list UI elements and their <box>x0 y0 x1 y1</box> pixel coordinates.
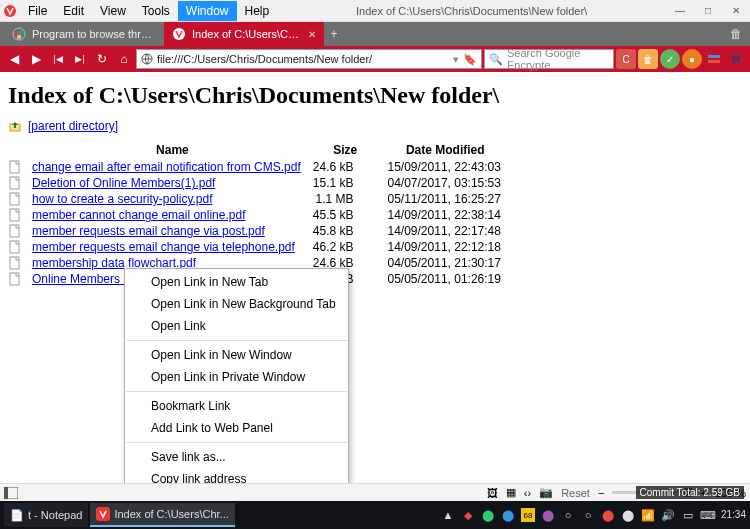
ctx-bookmark-link[interactable]: Bookmark Link <box>125 395 348 417</box>
tray-network-icon[interactable]: 📶 <box>641 508 655 522</box>
menu-view[interactable]: View <box>92 1 134 21</box>
menu-help[interactable]: Help <box>237 1 278 21</box>
ctx-open-link[interactable]: Open Link <box>125 315 348 337</box>
menu-window[interactable]: Window <box>178 1 237 21</box>
svg-rect-22 <box>96 507 110 521</box>
taskbar-item-vivaldi[interactable]: Index of C:\Users\Chr... <box>90 503 234 527</box>
file-date: 15/09/2011, 22:43:03 <box>378 159 513 175</box>
tray-icon[interactable]: ▲ <box>441 508 455 522</box>
bookmark-icon[interactable]: 🔖 <box>463 53 477 66</box>
svg-rect-17 <box>10 273 19 285</box>
tray-volume-icon[interactable]: 🔊 <box>661 508 675 522</box>
reload-button[interactable]: ↻ <box>92 49 112 69</box>
file-size: 1.1 MB <box>313 191 378 207</box>
dropdown-icon[interactable]: ▾ <box>453 53 459 66</box>
images-toggle-icon[interactable]: 🖼 <box>487 487 498 499</box>
ext-button-1[interactable]: C <box>616 49 636 69</box>
tile-icon[interactable]: ▦ <box>506 486 516 499</box>
file-icon <box>8 159 32 175</box>
ctx-open-new-window[interactable]: Open Link in New Window <box>125 344 348 366</box>
panel-toggle-icon[interactable] <box>4 487 18 499</box>
close-button[interactable]: ✕ <box>722 0 750 22</box>
file-date: 05/11/2011, 16:25:27 <box>378 191 513 207</box>
file-size: 15.1 kB <box>313 175 378 191</box>
tray-icon[interactable]: ○ <box>581 508 595 522</box>
file-link[interactable]: Deletion of Online Members(1).pdf <box>32 176 215 190</box>
window-title: Index of C:\Users\Chris\Documents\New fo… <box>277 5 666 17</box>
file-icon <box>8 191 32 207</box>
page-actions-icon[interactable]: ‹› <box>524 487 531 499</box>
zoom-reset[interactable]: Reset <box>561 487 590 499</box>
taskbar-item-notepad[interactable]: 📄 t - Notepad <box>4 503 88 527</box>
tray-icon[interactable]: 68 <box>521 508 535 522</box>
tray-icon[interactable]: ⬤ <box>481 508 495 522</box>
ext-button-4[interactable]: ● <box>682 49 702 69</box>
tray-icon[interactable]: ⬤ <box>541 508 555 522</box>
ext-button-5[interactable] <box>704 49 724 69</box>
ext-button-2[interactable]: 🗑 <box>638 49 658 69</box>
tray-icon[interactable]: ○ <box>561 508 575 522</box>
fastforward-button[interactable]: ▶| <box>70 49 90 69</box>
minimize-button[interactable]: — <box>666 0 694 22</box>
tab-0[interactable]: Program to browse through <box>4 22 164 46</box>
ctx-open-private[interactable]: Open Link in Private Window <box>125 366 348 388</box>
file-date: 14/09/2011, 22:12:18 <box>378 239 513 255</box>
ctx-open-new-tab[interactable]: Open Link in New Tab <box>125 271 348 293</box>
tray-icon[interactable]: ◆ <box>461 508 475 522</box>
file-date: 14/09/2011, 22:17:48 <box>378 223 513 239</box>
tray-icon[interactable]: ⬤ <box>501 508 515 522</box>
site-info-icon[interactable] <box>141 53 153 65</box>
maximize-button[interactable]: □ <box>694 0 722 22</box>
col-size[interactable]: Size <box>313 141 378 159</box>
file-icon <box>8 239 32 255</box>
trash-tabs-button[interactable]: 🗑 <box>726 22 746 46</box>
parent-directory-link[interactable]: [parent directory] <box>28 119 118 133</box>
url-field[interactable]: file:///C:/Users/Chris/Documents/New fol… <box>136 49 482 69</box>
ext-button-6[interactable]: M <box>726 49 746 69</box>
tray-icon[interactable]: ▭ <box>681 508 695 522</box>
file-size: 45.8 kB <box>313 223 378 239</box>
ctx-open-bg-tab[interactable]: Open Link in New Background Tab <box>125 293 348 315</box>
notepad-icon: 📄 <box>10 509 24 522</box>
new-tab-button[interactable]: + <box>324 22 344 46</box>
ctx-save-link-as[interactable]: Save link as... <box>125 446 348 468</box>
forward-button[interactable]: ▶ <box>26 49 46 69</box>
rewind-button[interactable]: |◀ <box>48 49 68 69</box>
file-size: 46.2 kB <box>313 239 378 255</box>
file-link[interactable]: member requests email change via post.pd… <box>32 224 265 238</box>
menu-tools[interactable]: Tools <box>134 1 178 21</box>
back-button[interactable]: ◀ <box>4 49 24 69</box>
zoom-out-button[interactable]: − <box>598 487 604 499</box>
table-row: member requests email change via post.pd… <box>8 223 513 239</box>
tab-close-icon[interactable]: ✕ <box>308 29 316 40</box>
file-icon <box>8 175 32 191</box>
vivaldi-icon <box>96 507 110 521</box>
vivaldi-icon <box>172 27 186 41</box>
file-date: 04/07/2017, 03:15:53 <box>378 175 513 191</box>
tab-1[interactable]: Index of C:\Users\Chris\Doc ✕ <box>164 22 324 46</box>
commit-overlay: Commit Total: 2.59 GB <box>636 486 744 499</box>
taskbar-clock[interactable]: 21:34 <box>721 510 746 520</box>
col-name[interactable]: Name <box>32 141 313 159</box>
capture-icon[interactable]: 📷 <box>539 486 553 499</box>
home-button[interactable]: ⌂ <box>114 49 134 69</box>
menu-edit[interactable]: Edit <box>55 1 92 21</box>
ext-button-3[interactable]: ✓ <box>660 49 680 69</box>
file-icon <box>8 255 32 271</box>
file-listing-table: Name Size Date Modified change email aft… <box>8 141 513 287</box>
tray-icon[interactable]: ⬤ <box>601 508 615 522</box>
vivaldi-logo[interactable] <box>0 1 20 21</box>
menu-file[interactable]: File <box>20 1 55 21</box>
file-link[interactable]: how to create a security-policy.pdf <box>32 192 213 206</box>
page-heading: Index of C:\Users\Chris\Documents\New fo… <box>8 82 742 109</box>
file-link[interactable]: member cannot change email online.pdf <box>32 208 245 222</box>
ctx-web-panel[interactable]: Add Link to Web Panel <box>125 417 348 439</box>
col-date[interactable]: Date Modified <box>378 141 513 159</box>
tray-keyboard-icon[interactable]: ⌨ <box>701 508 715 522</box>
taskbar-label: Index of C:\Users\Chr... <box>114 508 228 520</box>
file-link[interactable]: member requests email change via telepho… <box>32 240 295 254</box>
tray-icon[interactable]: ⬤ <box>621 508 635 522</box>
file-link[interactable]: change email after email notification fr… <box>32 160 301 174</box>
search-field[interactable]: 🔍 Search Google Encrypte <box>484 49 614 69</box>
svg-rect-14 <box>10 225 19 237</box>
